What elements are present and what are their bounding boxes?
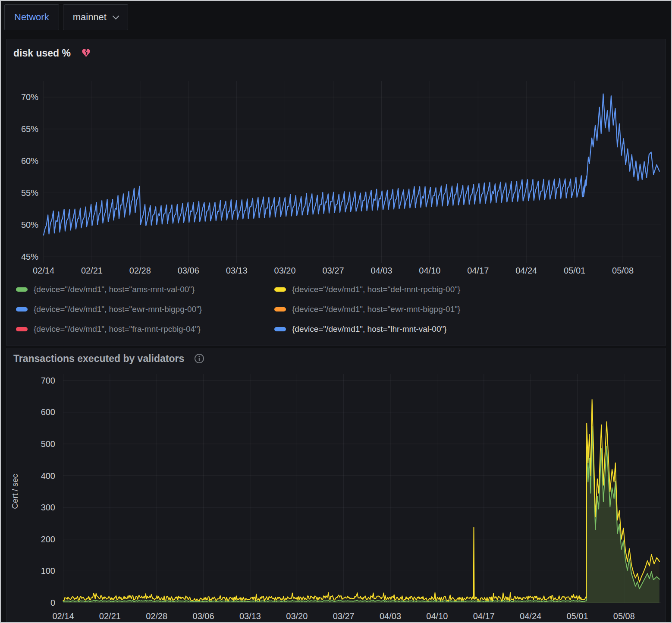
series-color-chip bbox=[274, 307, 286, 312]
panel-disk-header: disk used % bbox=[6, 39, 666, 61]
series-color-chip bbox=[16, 307, 28, 312]
variable-label-text: Network bbox=[14, 12, 49, 23]
panel-disk-title-text: disk used % bbox=[13, 47, 71, 59]
svg-text:600: 600 bbox=[41, 407, 55, 417]
svg-text:300: 300 bbox=[41, 503, 55, 512]
svg-text:03/20: 03/20 bbox=[274, 266, 296, 275]
svg-text:05/01: 05/01 bbox=[564, 266, 585, 275]
network-variable-dropdown[interactable]: mainnet bbox=[63, 4, 128, 30]
svg-text:05/08: 05/08 bbox=[613, 611, 635, 621]
svg-text:03/27: 03/27 bbox=[322, 266, 344, 275]
svg-text:03/13: 03/13 bbox=[226, 266, 248, 275]
legend-item[interactable]: {device="/dev/md1", host="ams-mnt-val-00… bbox=[16, 285, 274, 294]
legend-item[interactable]: {device="/dev/md1", host="ewr-mnt-bigpg-… bbox=[16, 305, 274, 314]
panel-disk-title[interactable]: disk used % bbox=[13, 47, 92, 59]
svg-text:02/28: 02/28 bbox=[146, 611, 167, 621]
svg-text:200: 200 bbox=[41, 535, 55, 544]
svg-text:02/21: 02/21 bbox=[99, 611, 121, 621]
legend-label: {device="/dev/md1", host="ewr-mnt-bigpg-… bbox=[34, 305, 202, 314]
svg-text:03/13: 03/13 bbox=[239, 611, 261, 621]
grafana-dashboard: Network mainnet disk used % 45%50%55%60%… bbox=[0, 0, 672, 623]
variable-toolbar: Network mainnet bbox=[1, 1, 671, 39]
svg-text:0: 0 bbox=[50, 598, 55, 607]
info-icon[interactable] bbox=[194, 353, 205, 364]
svg-text:02/28: 02/28 bbox=[129, 266, 151, 275]
legend-label: {device="/dev/md1", host="del-mnt-rpcbig… bbox=[292, 285, 460, 294]
svg-text:04/03: 04/03 bbox=[371, 266, 392, 275]
panel-tx-title-text: Transactions executed by validators bbox=[13, 353, 184, 365]
svg-text:700: 700 bbox=[41, 376, 55, 385]
legend-item[interactable]: {device="/dev/md1", host="del-mnt-rpcbig… bbox=[274, 285, 666, 294]
svg-text:03/06: 03/06 bbox=[178, 266, 199, 275]
svg-text:50%: 50% bbox=[21, 220, 38, 230]
legend-item[interactable]: {device="/dev/md1", host="fra-mnt-rpcbig… bbox=[16, 324, 274, 334]
panel-tx-header: Transactions executed by validators bbox=[6, 348, 666, 365]
svg-text:45%: 45% bbox=[21, 252, 38, 261]
svg-text:Cert / sec: Cert / sec bbox=[10, 474, 19, 509]
svg-text:04/10: 04/10 bbox=[419, 266, 440, 275]
svg-text:500: 500 bbox=[41, 439, 55, 449]
svg-text:65%: 65% bbox=[21, 124, 38, 134]
disk-used-legend: {device="/dev/md1", host="ams-mnt-val-00… bbox=[6, 279, 666, 339]
svg-text:04/24: 04/24 bbox=[515, 266, 537, 275]
panel-tx-title[interactable]: Transactions executed by validators bbox=[13, 353, 205, 365]
svg-text:04/17: 04/17 bbox=[467, 266, 489, 275]
svg-text:04/10: 04/10 bbox=[426, 611, 448, 621]
series-color-chip bbox=[16, 287, 28, 292]
svg-text:02/14: 02/14 bbox=[33, 266, 54, 275]
svg-text:02/21: 02/21 bbox=[81, 266, 103, 275]
legend-label: {device="/dev/md1", host="ams-mnt-val-00… bbox=[34, 285, 195, 294]
series-color-chip bbox=[274, 327, 286, 331]
broken-heart-icon bbox=[80, 47, 92, 59]
svg-text:03/06: 03/06 bbox=[193, 611, 214, 621]
variable-label-network: Network bbox=[4, 4, 59, 30]
svg-text:03/20: 03/20 bbox=[286, 611, 308, 621]
legend-item[interactable]: {device="/dev/md1", host="lhr-mnt-val-00… bbox=[274, 324, 666, 334]
legend-label: {device="/dev/md1", host="lhr-mnt-val-00… bbox=[292, 324, 447, 334]
svg-text:70%: 70% bbox=[21, 92, 38, 102]
svg-text:400: 400 bbox=[41, 471, 55, 481]
legend-label: {device="/dev/md1", host="ewr-mnt-bigpg-… bbox=[292, 305, 460, 314]
svg-text:04/24: 04/24 bbox=[520, 611, 541, 621]
svg-text:02/14: 02/14 bbox=[52, 611, 74, 621]
legend-label: {device="/dev/md1", host="fra-mnt-rpcbig… bbox=[34, 324, 201, 334]
svg-text:100: 100 bbox=[41, 566, 55, 576]
svg-text:60%: 60% bbox=[21, 156, 38, 166]
panel-disk-used: disk used % 45%50%55%60%65%70%02/1402/21… bbox=[6, 39, 666, 346]
chevron-down-icon bbox=[113, 13, 119, 19]
svg-text:55%: 55% bbox=[21, 188, 38, 198]
svg-text:05/01: 05/01 bbox=[566, 611, 588, 621]
variable-value-text[interactable]: mainnet bbox=[73, 12, 107, 23]
svg-text:05/08: 05/08 bbox=[612, 266, 634, 275]
series-color-chip bbox=[274, 287, 286, 292]
panel-transactions: Transactions executed by validators 0100… bbox=[6, 348, 666, 623]
legend-item[interactable]: {device="/dev/md1", host="ewr-mnt-bigpg-… bbox=[274, 305, 666, 314]
series-color-chip bbox=[16, 327, 28, 331]
svg-text:04/17: 04/17 bbox=[473, 611, 495, 621]
svg-text:03/27: 03/27 bbox=[333, 611, 355, 621]
transactions-chart[interactable]: 010020030040050060070002/1402/2102/2803/… bbox=[6, 365, 666, 623]
disk-used-chart[interactable]: 45%50%55%60%65%70%02/1402/2102/2803/0603… bbox=[6, 61, 666, 279]
svg-text:04/03: 04/03 bbox=[380, 611, 401, 621]
